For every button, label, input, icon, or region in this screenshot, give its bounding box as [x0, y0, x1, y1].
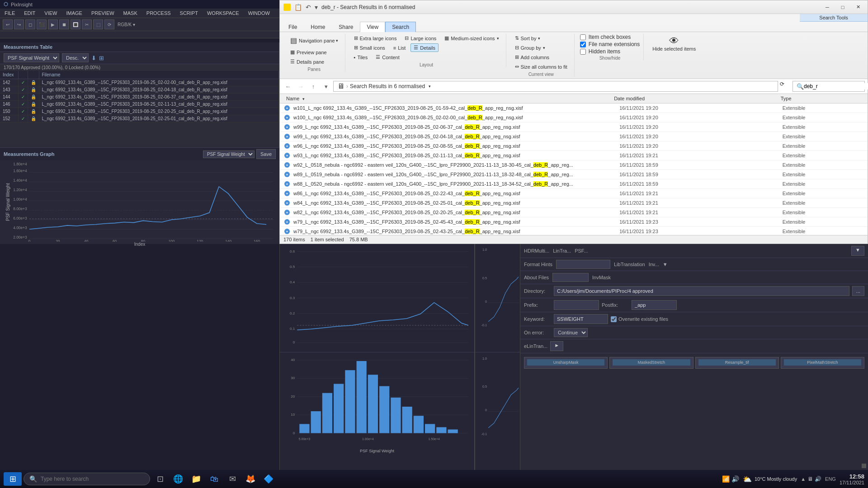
file-extensions-checkbox[interactable]: [580, 42, 586, 47]
sort-by-button[interactable]: ⇅ Sort by ▾: [512, 34, 571, 42]
pixelmath-tool[interactable]: PixelMathStretch: [781, 357, 864, 369]
graph-metric-select[interactable]: PSF Signal Weight: [203, 150, 255, 158]
extra-large-icons-button[interactable]: ⊞ Extra large icons: [351, 34, 400, 42]
undo-icon[interactable]: ↶: [306, 4, 311, 11]
overwrite-checkbox[interactable]: [611, 316, 617, 322]
col-date-header[interactable]: Date modified: [611, 94, 778, 103]
graph-save-button[interactable]: Save: [256, 149, 276, 159]
back-button[interactable]: ←: [283, 81, 293, 92]
maximize-button[interactable]: □: [837, 3, 849, 12]
toolbar-btn-5[interactable]: ▶: [48, 19, 58, 29]
browser2-icon[interactable]: 🦊: [242, 471, 259, 487]
browse-button[interactable]: ...: [852, 286, 864, 296]
volume-icon[interactable]: 🔊: [731, 475, 739, 483]
table-row[interactable]: 143 ✓ 🔒 L_ngc 6992_133.4s_G389_--15C_FP2…: [0, 86, 279, 94]
minimize-button[interactable]: ─: [821, 3, 833, 12]
toolbar-btn-2[interactable]: ↪: [14, 19, 24, 29]
taskview-icon[interactable]: ⊡: [152, 471, 168, 487]
prefix-input[interactable]: [554, 300, 599, 310]
file-item[interactable]: ✦ w79_L_ngc 6992_133.4s_G389_--15C_FP263…: [280, 227, 868, 235]
postfix-input[interactable]: [632, 300, 677, 310]
menu-workspace[interactable]: WORKSPACE: [203, 9, 244, 18]
resample-tool[interactable]: Resample_tif: [695, 357, 779, 369]
sort-icon[interactable]: ⬇: [91, 55, 96, 61]
close-button[interactable]: ✕: [852, 3, 864, 12]
directory-input[interactable]: [554, 286, 849, 296]
sort-order-select[interactable]: Desc.: [62, 53, 89, 62]
menu-file[interactable]: FILE: [0, 9, 19, 18]
toolbar-btn-6[interactable]: ⏹: [59, 19, 69, 29]
file-item[interactable]: ✦ w88_L_0520_nebula - ngc6992 - eastern …: [280, 179, 868, 189]
down-arrow-icon[interactable]: ▾: [315, 4, 318, 11]
menu-image[interactable]: IMAGE: [61, 9, 86, 18]
group-by-button[interactable]: ⊟ Group by ▾: [512, 43, 571, 52]
menu-script[interactable]: SCRIPT: [175, 9, 203, 18]
expand-btn[interactable]: ►: [550, 341, 563, 351]
file-item[interactable]: ✦ w96_L_ngc 6992_133.4s_G389_--15C_FP263…: [280, 141, 868, 151]
address-path[interactable]: 🖥 › Search Results in 6 normalised ▾: [333, 81, 778, 92]
table-row[interactable]: 144 ✓ 🔒 L_ngc 6992_133.4s_G389_--15C_FP2…: [0, 94, 279, 101]
menu-edit[interactable]: EDIT: [19, 9, 40, 18]
size-columns-button[interactable]: ⇔ Size all columns to fit: [512, 62, 571, 71]
tiles-button[interactable]: ▪ Tiles: [351, 53, 371, 61]
time-display[interactable]: 12:58 17/11/2021: [840, 473, 864, 485]
file-item[interactable]: ✦ w93_L_ngc 6992_133.4s_G389_--15C_FP263…: [280, 151, 868, 160]
table-row[interactable]: 142 ✓ 🔒 L_ngc 6992_133.4s_G389_--15C_FP2…: [0, 79, 279, 86]
unsharp-mask-tool[interactable]: UnsharpMask: [524, 357, 608, 369]
toolbar-btn-4[interactable]: ⬛: [37, 19, 47, 29]
menu-mask[interactable]: MASK: [119, 9, 142, 18]
hide-selected-button[interactable]: 👁 Hide selected items: [649, 34, 699, 54]
toolbar-btn-3[interactable]: ◻: [25, 19, 35, 29]
mail-icon[interactable]: ✉: [224, 471, 241, 487]
file-item[interactable]: ✦ w101_L_ngc 6992_133.4s_G389_--15C_FP26…: [280, 103, 868, 113]
toolbar-btn-9[interactable]: ⬚: [93, 19, 103, 29]
about-input[interactable]: [552, 273, 589, 282]
format-hints-input[interactable]: [556, 260, 610, 269]
refresh-button[interactable]: ⟳: [780, 81, 791, 92]
navigation-pane-button[interactable]: ▤ Navigation pane ▾: [287, 34, 341, 47]
file-item[interactable]: ✦ w82_L_ngc 6992_133.4s_G389_--15C_FP263…: [280, 208, 868, 217]
sort-field-select[interactable]: PSF Signal Weight: [4, 53, 59, 62]
quick-access-icon[interactable]: 📋: [294, 4, 302, 11]
network-icon[interactable]: 📶: [722, 475, 730, 483]
file-item[interactable]: ✦ w89_L_0519_nebula - ngc6992 - eastern …: [280, 170, 868, 179]
search-box[interactable]: 🔍: [793, 81, 865, 92]
tab-home[interactable]: Home: [304, 22, 332, 32]
recent-button[interactable]: ▾: [321, 81, 331, 92]
menu-process[interactable]: PROCESS: [142, 9, 175, 18]
tab-view[interactable]: View: [360, 22, 385, 32]
explorer-icon[interactable]: 📁: [188, 471, 204, 487]
medium-icons-button[interactable]: ▦ Medium-sized icons ▾: [441, 34, 502, 42]
col-filename[interactable]: Filename: [39, 71, 279, 79]
menu-preview[interactable]: PREVIEW: [87, 9, 119, 18]
item-checkboxes-checkbox[interactable]: [580, 34, 586, 40]
up-arrow-icon[interactable]: ▲: [801, 476, 806, 482]
col-name-header[interactable]: Name ▾: [283, 94, 611, 103]
content-button[interactable]: ☰ Content: [373, 53, 403, 61]
tab-search[interactable]: Search: [385, 22, 416, 32]
edge-icon[interactable]: 🌐: [170, 471, 186, 487]
start-button[interactable]: ⊞: [4, 472, 22, 486]
file-item[interactable]: ✦ w86_L_ngc 6992_133.4s_G389_--15C_FP263…: [280, 189, 868, 198]
app1-icon[interactable]: 🔷: [260, 471, 277, 487]
hidden-items-checkbox[interactable]: [580, 49, 586, 55]
keyword-input[interactable]: [554, 314, 608, 324]
toolbar-btn-8[interactable]: ✂: [82, 19, 92, 29]
search-input[interactable]: [804, 83, 868, 89]
add-columns-button[interactable]: ⊞ Add columns: [512, 53, 571, 61]
ethernet-icon[interactable]: 🖥: [807, 476, 813, 482]
path-dropdown[interactable]: ▾: [429, 84, 431, 89]
large-icons-button[interactable]: ⊟ Large icons: [401, 34, 439, 42]
list-button[interactable]: ≡ List: [390, 44, 409, 52]
tab-share[interactable]: Share: [332, 22, 360, 32]
file-item[interactable]: ✦ w84_L_ngc 6992_133.4s_G389_--15C_FP263…: [280, 198, 868, 208]
toolbar-colormode[interactable]: RGB/K ▾: [116, 22, 137, 27]
tab-file[interactable]: File: [282, 22, 304, 32]
masked-stretch-tool[interactable]: MaskedStretch: [609, 357, 693, 369]
table-row[interactable]: 152 ✓ 🔒 L_ngc 6992_133.4s_G389_--15C_FP2…: [0, 115, 279, 122]
preview-pane-button[interactable]: ▦ Preview pane: [287, 48, 341, 56]
details-button[interactable]: ☰ Details: [410, 43, 439, 52]
table-row[interactable]: 150 ✓ 🔒 L_ngc 6992_133.4s_G389_--15C_FP2…: [0, 108, 279, 115]
col-type-header[interactable]: Type: [778, 94, 864, 103]
details-pane-button[interactable]: ☰ Details pane: [287, 57, 341, 66]
